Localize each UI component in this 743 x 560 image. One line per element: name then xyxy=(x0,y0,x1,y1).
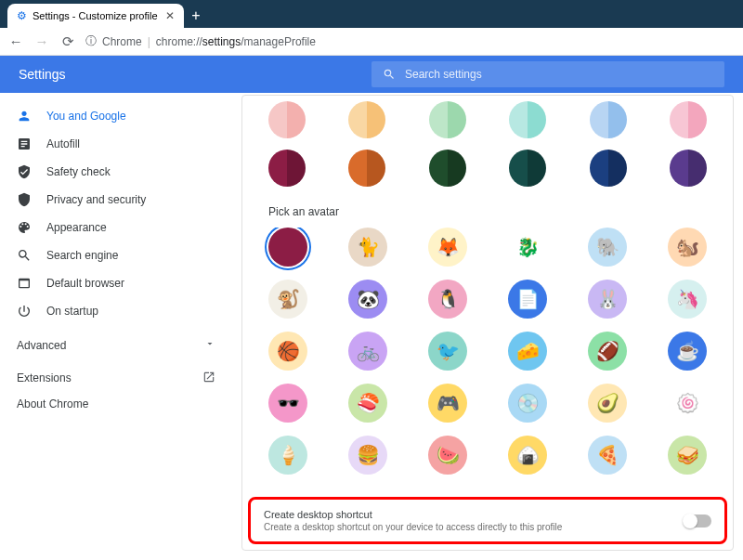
palette-icon xyxy=(17,220,32,235)
page-title: Settings xyxy=(19,67,66,82)
create-desktop-shortcut-row: Create desktop shortcut Create a desktop… xyxy=(248,497,727,544)
search-icon xyxy=(383,68,396,81)
new-tab-button[interactable]: + xyxy=(184,4,208,28)
avatar-option[interactable]: 🍉 xyxy=(428,436,467,475)
chevron-down-icon xyxy=(204,338,215,352)
theme-color-swatch[interactable] xyxy=(268,150,306,187)
search-input[interactable]: Search settings xyxy=(372,61,724,87)
browser-tab-bar: ⚙ Settings - Customize profile ✕ + xyxy=(0,0,743,28)
avatar-option[interactable]: 🍥 xyxy=(668,384,707,423)
sidebar-item-safety-check[interactable]: Safety check xyxy=(0,158,232,186)
shortcut-title: Create desktop shortcut xyxy=(264,509,684,520)
theme-color-swatch[interactable] xyxy=(670,101,707,138)
avatar-option[interactable]: 🍔 xyxy=(348,436,387,475)
avatar-option[interactable]: 🐦 xyxy=(428,332,467,371)
sidebar-about[interactable]: About Chrome xyxy=(0,391,232,417)
theme-color-swatch[interactable] xyxy=(670,150,707,187)
sidebar-advanced[interactable]: Advanced xyxy=(0,329,232,361)
sidebar-item-label: Safety check xyxy=(46,165,111,178)
address-bar: ← → ⟳ ⓘ Chrome | chrome://settings/manag… xyxy=(0,28,743,56)
avatar-option[interactable]: 🐈 xyxy=(348,228,387,267)
sidebar-item-label: Autofill xyxy=(46,137,80,150)
sidebar-extensions[interactable]: Extensions xyxy=(0,365,232,391)
avatar-option[interactable]: 🍦 xyxy=(268,436,307,475)
avatar-option[interactable]: 🐘 xyxy=(588,228,627,267)
close-icon[interactable]: ✕ xyxy=(165,9,175,22)
avatar-option[interactable]: 🦄 xyxy=(668,280,707,319)
avatar-option[interactable]: 🐒 xyxy=(268,280,307,319)
settings-header: Settings Search settings xyxy=(0,56,743,93)
avatar-option[interactable]: 🥪 xyxy=(668,436,707,475)
sidebar-item-search-engine[interactable]: Search engine xyxy=(0,241,232,269)
sidebar-item-label: Default browser xyxy=(46,277,124,290)
avatar-section-label: Pick an avatar xyxy=(242,200,733,228)
sidebar-item-label: Appearance xyxy=(46,221,107,234)
avatar-option[interactable]: 🏈 xyxy=(588,332,627,371)
theme-color-swatch[interactable] xyxy=(590,101,627,138)
sidebar-item-you-and-google[interactable]: You and Google xyxy=(0,102,232,130)
info-icon: ⓘ xyxy=(85,33,97,49)
avatar-option[interactable] xyxy=(268,228,307,267)
theme-color-swatch[interactable] xyxy=(348,150,385,187)
power-icon xyxy=(17,304,32,319)
avatar-option[interactable]: 🧀 xyxy=(508,332,547,371)
avatar-option[interactable]: 🎮 xyxy=(428,384,467,423)
theme-color-swatch[interactable] xyxy=(268,101,306,138)
theme-color-swatch[interactable] xyxy=(509,101,546,138)
sidebar-item-privacy[interactable]: Privacy and security xyxy=(0,186,232,214)
avatar-option[interactable]: 🐰 xyxy=(588,280,627,319)
tab-title: Settings - Customize profile xyxy=(33,10,158,21)
avatar-grid: 🐈🦊🐉🐘🐿️🐒🐼🐧📄🐰🦄🏀🚲🐦🧀🏈☕🕶️🍣🎮💿🥑🍥🍦🍔🍉🍙🍕🥪 xyxy=(242,228,733,491)
back-button[interactable]: ← xyxy=(7,33,24,49)
avatar-option[interactable]: 🦊 xyxy=(428,228,467,267)
avatar-option[interactable]: 🐿️ xyxy=(668,228,707,267)
forward-button[interactable]: → xyxy=(33,33,50,49)
theme-color-swatch[interactable] xyxy=(429,101,466,138)
avatar-option[interactable]: 🐧 xyxy=(428,280,467,319)
settings-sidebar: You and Google Autofill Safety check Pri… xyxy=(0,93,232,560)
avatar-option[interactable]: 🐼 xyxy=(348,280,387,319)
theme-color-swatch[interactable] xyxy=(429,150,466,187)
search-placeholder: Search settings xyxy=(405,68,482,81)
avatar-option[interactable]: 🏀 xyxy=(268,332,307,371)
avatar-option[interactable]: 🍣 xyxy=(348,384,387,423)
avatar-option[interactable]: 🍙 xyxy=(508,436,547,475)
person-icon xyxy=(17,109,32,124)
sidebar-item-label: On startup xyxy=(46,305,98,318)
browser-icon xyxy=(17,276,32,291)
shield-icon xyxy=(17,192,32,207)
sidebar-item-label: You and Google xyxy=(46,110,126,123)
shortcut-toggle[interactable] xyxy=(684,514,711,527)
avatar-option[interactable]: 🚲 xyxy=(348,332,387,371)
avatar-option[interactable]: 🥑 xyxy=(588,384,627,423)
open-in-new-icon xyxy=(202,371,215,386)
avatar-option[interactable]: 🕶️ xyxy=(268,384,307,423)
avatar-option[interactable]: ☕ xyxy=(668,332,707,371)
theme-color-swatch[interactable] xyxy=(509,150,546,187)
avatar-option[interactable]: 🐉 xyxy=(508,228,547,267)
gear-icon: ⚙ xyxy=(17,9,27,22)
sidebar-item-label: Privacy and security xyxy=(46,193,146,206)
theme-color-swatch[interactable] xyxy=(590,150,627,187)
shield-check-icon xyxy=(17,164,32,179)
shortcut-description: Create a desktop shortcut on your device… xyxy=(264,522,684,532)
main-content: Pick an avatar 🐈🦊🐉🐘🐿️🐒🐼🐧📄🐰🦄🏀🚲🐦🧀🏈☕🕶️🍣🎮💿🥑🍥… xyxy=(232,93,743,560)
sidebar-item-appearance[interactable]: Appearance xyxy=(0,214,232,241)
sidebar-item-default-browser[interactable]: Default browser xyxy=(0,269,232,297)
avatar-option[interactable]: 🍕 xyxy=(588,436,627,475)
theme-color-swatch[interactable] xyxy=(348,101,385,138)
avatar-option[interactable]: 💿 xyxy=(508,384,547,423)
autofill-icon xyxy=(17,137,32,151)
sidebar-item-autofill[interactable]: Autofill xyxy=(0,130,232,158)
reload-button[interactable]: ⟳ xyxy=(59,33,76,50)
theme-colors xyxy=(242,96,733,200)
sidebar-item-label: Search engine xyxy=(46,249,118,262)
url-field[interactable]: ⓘ Chrome | chrome://settings/manageProfi… xyxy=(85,33,736,49)
avatar-option[interactable]: 📄 xyxy=(508,280,547,319)
sidebar-item-on-startup[interactable]: On startup xyxy=(0,297,232,325)
search-icon xyxy=(17,248,32,263)
browser-tab[interactable]: ⚙ Settings - Customize profile ✕ xyxy=(7,4,184,28)
